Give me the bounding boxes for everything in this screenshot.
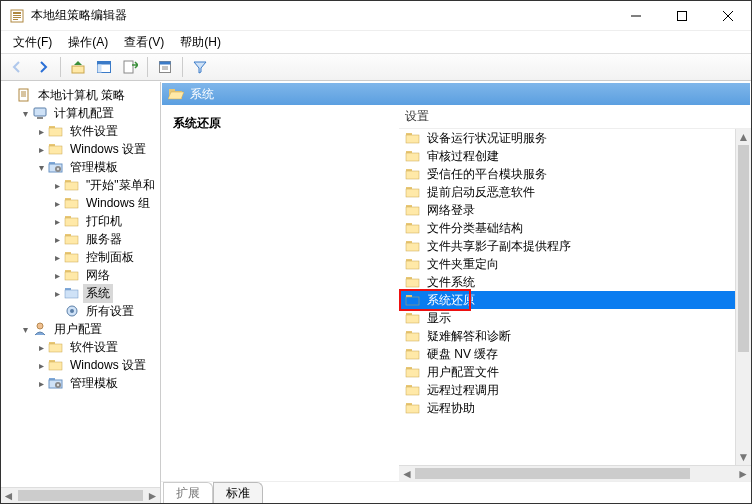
- list-item[interactable]: 文件系统: [399, 273, 751, 291]
- tree-computer-config[interactable]: ▾计算机配置: [3, 104, 158, 122]
- scroll-down-arrow-icon[interactable]: ▼: [736, 449, 751, 465]
- console-tree[interactable]: 本地计算机 策略▾计算机配置▸软件设置▸Windows 设置▾管理模板▸"开始"…: [1, 82, 161, 503]
- maximize-button[interactable]: [659, 1, 705, 30]
- tree-label: Windows 设置: [67, 356, 149, 375]
- scrollbar-thumb[interactable]: [738, 145, 749, 352]
- tree-twisty-icon[interactable]: [51, 305, 64, 318]
- tree-windows-settings[interactable]: ▸Windows 设置: [3, 140, 158, 158]
- menu-view[interactable]: 查看(V): [118, 32, 170, 53]
- list-vertical-scrollbar[interactable]: ▲ ▼: [735, 129, 751, 465]
- list-item[interactable]: 文件分类基础结构: [399, 219, 751, 237]
- column-header-settings[interactable]: 设置: [399, 105, 751, 129]
- up-button[interactable]: [66, 55, 90, 79]
- properties-button[interactable]: [153, 55, 177, 79]
- list-item[interactable]: 文件夹重定向: [399, 255, 751, 273]
- tree-label: 网络: [83, 266, 113, 285]
- svg-rect-75: [406, 261, 419, 269]
- menu-help[interactable]: 帮助(H): [174, 32, 227, 53]
- folder-icon: [405, 310, 421, 326]
- list-item[interactable]: 受信任的平台模块服务: [399, 165, 751, 183]
- tree-user-software[interactable]: ▸软件设置: [3, 338, 158, 356]
- tree-twisty-icon[interactable]: ▸: [51, 251, 64, 264]
- tree-label: 管理模板: [67, 158, 121, 177]
- back-button[interactable]: [5, 55, 29, 79]
- folder-icon: [64, 177, 80, 193]
- tree-admin-child[interactable]: ▸"开始"菜单和: [3, 176, 158, 194]
- scrollbar-thumb[interactable]: [18, 490, 143, 501]
- scroll-right-arrow-icon[interactable]: ►: [145, 488, 160, 503]
- minimize-button[interactable]: [613, 1, 659, 30]
- tree-admin-templates[interactable]: ▾管理模板: [3, 158, 158, 176]
- tree-twisty-icon[interactable]: ▸: [51, 215, 64, 228]
- list-horizontal-scrollbar[interactable]: ◄ ►: [399, 465, 751, 481]
- tree-software-settings[interactable]: ▸软件设置: [3, 122, 158, 140]
- svg-marker-59: [168, 92, 184, 99]
- tree-admin-child[interactable]: ▸Windows 组: [3, 194, 158, 212]
- tree-admin-child[interactable]: ▸打印机: [3, 212, 158, 230]
- list-item[interactable]: 远程过程调用: [399, 381, 751, 399]
- menu-file[interactable]: 文件(F): [7, 32, 58, 53]
- tree-user-admin[interactable]: ▸管理模板: [3, 374, 158, 392]
- tree-twisty-icon[interactable]: ▸: [51, 233, 64, 246]
- export-list-button[interactable]: [118, 55, 142, 79]
- show-hide-tree-button[interactable]: [92, 55, 116, 79]
- settings-list[interactable]: 设备运行状况证明服务审核过程创建受信任的平台模块服务提前启动反恶意软件网络登录文…: [399, 129, 751, 481]
- details-pane: 系统 系统还原 设置 设备运行状况证明服务审核过程创建受信任的平台模块服务提前启…: [161, 82, 751, 503]
- list-item[interactable]: 提前启动反恶意软件: [399, 183, 751, 201]
- folder-icon: [405, 202, 421, 218]
- policy-icon: [16, 87, 32, 103]
- filter-button[interactable]: [188, 55, 212, 79]
- scroll-left-arrow-icon[interactable]: ◄: [399, 466, 415, 481]
- list-item[interactable]: 显示: [399, 309, 751, 327]
- forward-button[interactable]: [31, 55, 55, 79]
- tree-label: Windows 设置: [67, 140, 149, 159]
- list-item[interactable]: 用户配置文件: [399, 363, 751, 381]
- list-item[interactable]: 审核过程创建: [399, 147, 751, 165]
- scrollbar-thumb[interactable]: [415, 468, 690, 479]
- tree-admin-child[interactable]: 所有设置: [3, 302, 158, 320]
- list-item[interactable]: 网络登录: [399, 201, 751, 219]
- view-tabs: 扩展 标准: [161, 481, 751, 503]
- scroll-up-arrow-icon[interactable]: ▲: [736, 129, 751, 145]
- tree-horizontal-scrollbar[interactable]: ◄ ►: [1, 487, 160, 503]
- list-item[interactable]: 设备运行状况证明服务: [399, 129, 751, 147]
- scroll-left-arrow-icon[interactable]: ◄: [1, 488, 16, 503]
- tree-admin-child[interactable]: ▸服务器: [3, 230, 158, 248]
- tree-twisty-icon[interactable]: ▾: [35, 161, 48, 174]
- folder-icon: [405, 346, 421, 362]
- tree-user-windows[interactable]: ▸Windows 设置: [3, 356, 158, 374]
- tree-root[interactable]: 本地计算机 策略: [3, 86, 158, 104]
- scroll-right-arrow-icon[interactable]: ►: [735, 466, 751, 481]
- tree-admin-child[interactable]: ▸网络: [3, 266, 158, 284]
- close-button[interactable]: [705, 1, 751, 30]
- tree-twisty-icon[interactable]: ▸: [51, 197, 64, 210]
- folder-icon: [405, 292, 421, 308]
- menu-action[interactable]: 操作(A): [62, 32, 114, 53]
- tree-twisty-icon[interactable]: ▸: [35, 377, 48, 390]
- tree-admin-child[interactable]: ▸系统: [3, 284, 158, 302]
- tree-twisty-icon[interactable]: ▾: [19, 323, 32, 336]
- tab-extended[interactable]: 扩展: [163, 482, 213, 503]
- list-item[interactable]: 疑难解答和诊断: [399, 327, 751, 345]
- tree-twisty-icon[interactable]: ▸: [51, 269, 64, 282]
- svg-rect-11: [98, 62, 111, 65]
- tree-twisty-icon[interactable]: ▸: [35, 125, 48, 138]
- tree-twisty-icon[interactable]: ▸: [51, 287, 64, 300]
- folder-icon: [405, 130, 421, 146]
- tab-standard[interactable]: 标准: [213, 482, 263, 503]
- tree-admin-child[interactable]: ▸控制面板: [3, 248, 158, 266]
- tree-user-config[interactable]: ▾用户配置: [3, 320, 158, 338]
- tree-twisty-icon[interactable]: ▸: [35, 341, 48, 354]
- folder-icon: [48, 339, 64, 355]
- list-item[interactable]: 远程协助: [399, 399, 751, 417]
- list-item[interactable]: 文件共享影子副本提供程序: [399, 237, 751, 255]
- list-item[interactable]: 系统还原: [399, 291, 751, 309]
- list-item[interactable]: 硬盘 NV 缓存: [399, 345, 751, 363]
- folder-icon: [405, 274, 421, 290]
- svg-rect-41: [65, 254, 78, 262]
- tree-twisty-icon[interactable]: ▸: [51, 179, 64, 192]
- tree-twisty-icon[interactable]: ▸: [35, 359, 48, 372]
- tree-twisty-icon[interactable]: [3, 89, 16, 102]
- tree-twisty-icon[interactable]: ▸: [35, 143, 48, 156]
- tree-twisty-icon[interactable]: ▾: [19, 107, 32, 120]
